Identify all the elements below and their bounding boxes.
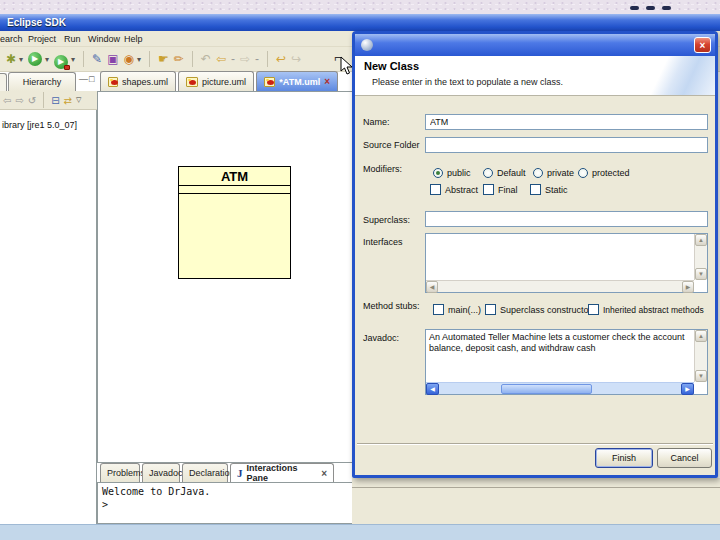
radio-private-icon [533,168,543,178]
checkbox-final[interactable]: Final [483,184,518,195]
source-folder-label: Source Folder [363,140,420,150]
source-folder-field[interactable] [425,137,708,153]
dialog-close-button[interactable]: × [694,37,711,53]
debug-icon[interactable]: ✱ [6,52,16,66]
scroll-up-icon[interactable]: ▲ [695,330,707,342]
scroll-down-icon[interactable]: ▼ [695,268,707,280]
panel-back-icon[interactable]: ⇦ [3,95,11,106]
superclass-field[interactable] [425,211,708,227]
partial-view-tab[interactable] [0,73,7,91]
dropdown-arrow-icon[interactable]: ▾ [71,55,75,64]
tab-javadoc[interactable]: Javadoc [142,463,180,482]
tab-atm-uml[interactable]: *ATM.uml × [256,71,338,91]
forward-dash-icon: - [255,52,259,66]
checkbox-static[interactable]: Static [530,184,568,195]
interactions-console[interactable]: Welcome to DrJava. > [97,482,352,524]
back-icon[interactable]: ⇦ [216,52,226,66]
javadoc-field[interactable]: An Automated Teller Machine lets a custo… [425,329,708,395]
new-project-icon[interactable]: ◉ [124,52,134,66]
name-field[interactable] [425,114,708,130]
checkbox-main[interactable]: main(...) [433,304,481,315]
run-icon[interactable]: ▶ [28,52,42,66]
view-menu-icon[interactable]: ▽ [76,96,81,104]
new-wizard-icon[interactable]: ✎ [92,52,102,66]
forward-icon[interactable]: ⇨ [240,52,250,66]
scroll-left-icon[interactable]: ◀ [426,383,439,395]
tab-interactions-pane[interactable]: J Interactions Pane × [230,463,334,482]
method-stubs-label: Method stubs: [363,301,420,311]
toolbar-separator [83,51,84,67]
collapse-all-icon[interactable]: ⊟ [51,95,59,106]
scroll-down-icon[interactable]: ▼ [695,370,707,382]
radio-private[interactable]: private [533,168,574,178]
minimize-view-icon[interactable]: — [79,74,88,84]
tab-problems[interactable]: Problems [100,463,140,482]
scroll-up-icon[interactable]: ▲ [695,234,707,246]
checkbox-inherited-abstract[interactable]: Inherited abstract methods [588,304,704,315]
close-tab-icon[interactable]: × [321,468,327,479]
undo-nav-icon[interactable]: ↶ [201,52,211,66]
drjava-icon: J [237,467,243,479]
radio-public-icon [433,168,443,178]
tab-hierarchy[interactable]: Hierarchy [8,72,76,91]
window-titlebar[interactable]: Eclipse SDK [0,14,720,31]
window-control-dot [630,6,639,10]
close-tab-icon[interactable]: × [324,76,330,87]
tab-shapes-uml[interactable]: shapes.uml [100,71,176,91]
hierarchy-tree[interactable]: ibrary [jre1 5.0_07] [0,110,97,524]
menu-item-help[interactable]: Help [124,34,143,44]
new-interface-icon[interactable]: ▣ [107,52,118,66]
dropdown-arrow-icon[interactable]: ▾ [137,55,141,64]
external-tools-icon[interactable]: ▶ [54,50,68,69]
dropdown-arrow-icon[interactable]: ▾ [45,55,49,64]
uml-file-icon [264,77,275,87]
panel-refresh-icon[interactable]: ↺ [28,95,36,106]
search-icon[interactable]: ✏ [174,52,184,66]
javadoc-vscrollbar[interactable]: ▲ ▼ [694,330,707,382]
panel-forward-icon[interactable]: ⇨ [15,95,23,106]
dialog-title: New Class [364,60,419,72]
last-edit-back-icon[interactable]: ↩ [276,52,286,66]
superclass-label: Superclass: [363,215,410,225]
tab-label: Problems [107,468,145,478]
cancel-button[interactable]: Cancel [657,448,712,468]
scroll-left-icon[interactable]: ◀ [426,281,438,293]
interfaces-hscrollbar[interactable]: ◀ ▶ [426,280,694,292]
radio-default[interactable]: Default [483,168,526,178]
radio-public[interactable]: public [433,168,471,178]
window-control-dot [662,6,671,10]
tab-declaration[interactable]: Declaration [182,463,228,482]
interfaces-list[interactable]: ▲ ▼ ◀ ▶ [425,233,708,293]
modifiers-label: Modifiers: [363,164,402,174]
scroll-right-icon[interactable]: ▶ [682,281,694,293]
interfaces-label: Interfaces [363,237,403,247]
checkbox-superclass-constructors[interactable]: Superclass constructors [485,304,596,315]
menu-item-window[interactable]: Window [88,34,120,44]
last-edit-forward-icon[interactable]: ↪ [291,52,301,66]
maximize-view-icon[interactable]: □ [89,74,94,84]
dropdown-arrow-icon[interactable]: ▾ [19,55,23,64]
uml-class-atm[interactable]: ATM [178,166,291,279]
menu-item-run[interactable]: Run [64,34,81,44]
tree-item-jre-library[interactable]: ibrary [jre1 5.0_07] [2,120,77,130]
radio-protected[interactable]: protected [578,168,630,178]
dialog-titlebar[interactable]: × [355,34,715,56]
finish-button[interactable]: Finish [595,448,653,468]
checkbox-abstract[interactable]: Abstract [430,184,478,195]
interfaces-vscrollbar[interactable]: ▲ ▼ [694,234,707,280]
checkbox-label: Abstract [445,185,478,195]
tab-label: shapes.uml [122,77,168,87]
javadoc-hscrollbar[interactable]: ◀ ▶ [426,382,694,394]
tab-picture-uml[interactable]: picture.uml [178,71,254,91]
scroll-right-icon[interactable]: ▶ [681,383,694,395]
scrollbar-thumb[interactable] [501,384,592,394]
hierarchy-toolbar: ⇦ ⇨ ↺ ⊟ ⇄ ▽ [0,91,97,110]
screenshot-stage: Eclipse SDK earch Project Run Window Hel… [0,0,720,540]
menu-item-project[interactable]: Project [28,34,56,44]
menu-item-search[interactable]: earch [0,34,23,44]
uml-editor-canvas[interactable]: ATM [97,91,352,463]
dialog-header-decoration [625,56,715,96]
link-editor-icon[interactable]: ⇄ [64,95,72,106]
uml-file-icon [108,77,118,87]
open-type-icon[interactable]: ☛ [158,52,169,66]
